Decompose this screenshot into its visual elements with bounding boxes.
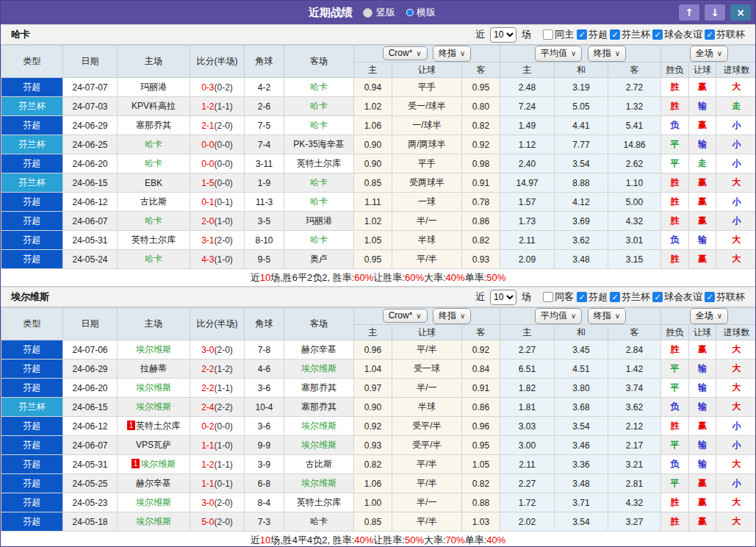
result-goals-cell: 大 bbox=[716, 455, 756, 474]
scope-dropdown[interactable]: 全场∨ bbox=[690, 46, 728, 62]
col-type: 类型 bbox=[1, 308, 63, 340]
score-fulltime: 3-1 bbox=[201, 235, 214, 246]
summary-text-part: 近 bbox=[251, 271, 260, 285]
result-handicap-cell: 赢 bbox=[689, 116, 716, 135]
recent-count-select[interactable]: 10 bbox=[490, 290, 516, 305]
page-title: 近期战绩 bbox=[309, 6, 353, 20]
result-handicap-cell: 输 bbox=[689, 379, 716, 398]
summary-text-part: 50% bbox=[405, 535, 424, 546]
avg-final-dropdown[interactable]: 终指∨ bbox=[588, 308, 626, 324]
league-cell: 芬兰杯 bbox=[1, 398, 63, 417]
result-wdl-cell: 平 bbox=[661, 360, 689, 379]
away-team-cell[interactable]: 赫尔辛基 bbox=[284, 340, 354, 360]
result-handicap-cell: 输 bbox=[689, 231, 716, 250]
home-team-cell[interactable]: 埃尔维斯 bbox=[118, 340, 190, 360]
home-team-cell[interactable]: 塞那乔其 bbox=[118, 116, 190, 135]
same-away-filter[interactable]: 同客 bbox=[543, 290, 574, 304]
layout-horizontal-radio[interactable]: 横版 bbox=[407, 6, 436, 19]
home-team-cell[interactable]: 哈卡 bbox=[118, 250, 190, 269]
league-filter-checkbox[interactable]: ✓芬联杯 bbox=[705, 290, 745, 304]
home-team-cell[interactable]: 埃尔维斯 bbox=[118, 512, 190, 532]
away-team-cell[interactable]: 埃尔维斯 bbox=[284, 436, 354, 455]
home-team-cell[interactable]: 哈卡 bbox=[118, 212, 190, 231]
odds-away-cell: 0.82 bbox=[462, 116, 500, 135]
away-team-cell[interactable]: 塞那乔其 bbox=[284, 379, 354, 398]
odds-final-dropdown[interactable]: 终指∨ bbox=[433, 46, 471, 62]
home-team-cell[interactable]: EBK bbox=[118, 174, 190, 193]
home-team-cell[interactable]: 英特土尔库 bbox=[118, 231, 190, 250]
home-team-cell[interactable]: 哈卡 bbox=[118, 154, 190, 174]
away-team-cell[interactable]: 埃尔维斯 bbox=[284, 360, 354, 379]
subcol-odds-away: 客 bbox=[462, 62, 500, 78]
away-team-cell[interactable]: 哈卡 bbox=[284, 512, 354, 532]
odds-final-dropdown[interactable]: 终指∨ bbox=[433, 308, 471, 324]
odds-source-dropdown[interactable]: Crow*∨ bbox=[383, 309, 428, 323]
away-team-cell[interactable]: 英特土尔库 bbox=[284, 493, 354, 512]
avg-dropdown[interactable]: 平均值∨ bbox=[535, 308, 582, 324]
away-team-cell[interactable]: PK-35海辛基 bbox=[284, 135, 354, 154]
checkbox-icon: ✓ bbox=[577, 292, 587, 302]
away-team-cell[interactable]: 哈卡 bbox=[284, 78, 354, 97]
avg-away-cell: 1.42 bbox=[608, 360, 661, 379]
away-team-cell[interactable]: 哈卡 bbox=[284, 116, 354, 135]
home-team-cell[interactable]: 古比斯 bbox=[118, 193, 190, 212]
away-team-cell[interactable]: 英特土尔库 bbox=[284, 154, 354, 174]
avg-dropdown[interactable]: 平均值∨ bbox=[535, 46, 582, 62]
home-team-cell[interactable]: 哈卡 bbox=[118, 135, 190, 154]
table-row: 芬超24-05-311埃尔维斯1-2(1-1)3-9古比斯0.82平/半1.05… bbox=[1, 455, 756, 474]
recent-count-select[interactable]: 10 bbox=[490, 27, 516, 43]
home-team-cell[interactable]: 埃尔维斯 bbox=[118, 398, 190, 417]
home-team-cell[interactable]: 1埃尔维斯 bbox=[118, 455, 190, 474]
close-button[interactable]: × bbox=[730, 4, 751, 21]
home-team-cell[interactable]: 玛丽港 bbox=[118, 78, 190, 97]
avg-home-cell: 2.40 bbox=[500, 154, 555, 174]
away-team-cell[interactable]: 哈卡 bbox=[284, 231, 354, 250]
league-filter-checkbox[interactable]: ✓芬兰杯 bbox=[610, 290, 650, 304]
home-team-cell[interactable]: KPV科高拉 bbox=[118, 97, 190, 116]
move-up-button[interactable]: ↑ bbox=[679, 4, 699, 21]
home-team-cell[interactable]: 埃尔维斯 bbox=[118, 493, 190, 512]
league-filter-checkbox[interactable]: ✓芬超 bbox=[577, 290, 608, 304]
result-handicap-cell: 赢 bbox=[689, 212, 716, 231]
home-team-cell[interactable]: 拉赫蒂 bbox=[118, 360, 190, 379]
result-handicap-cell: 赢 bbox=[689, 193, 716, 212]
away-team-cell[interactable]: 奥卢 bbox=[284, 250, 354, 269]
table-row: 芬兰杯24-06-15埃尔维斯2-4(2-2)10-4塞那乔其0.90半球0.8… bbox=[1, 398, 756, 417]
score-cell: 0-2(0-0) bbox=[190, 417, 245, 436]
away-team-cell[interactable]: 埃尔维斯 bbox=[284, 417, 354, 436]
result-wdl-cell: 平 bbox=[661, 379, 689, 398]
matches-table-team2: 类型 日期 主场 比分(半场) 角球 客场 Crow*∨ 终指∨ 平均值∨ 终指… bbox=[1, 307, 756, 532]
home-team-cell[interactable]: 埃尔维斯 bbox=[118, 379, 190, 398]
away-team-cell[interactable]: 埃尔维斯 bbox=[284, 474, 354, 493]
layout-vertical-radio[interactable]: 竖版 bbox=[363, 6, 395, 19]
scope-group: 全场∨ bbox=[661, 46, 756, 62]
league-filter-label: 芬联杯 bbox=[716, 290, 745, 304]
home-team-cell[interactable]: VPS瓦萨 bbox=[118, 436, 190, 455]
away-team-cell[interactable]: 哈卡 bbox=[284, 97, 354, 116]
odds-source-group: Crow*∨ 终指∨ bbox=[354, 308, 500, 325]
move-down-button[interactable]: ↓ bbox=[705, 4, 725, 21]
section-header-team1: 哈卡 近 10 场 同主 ✓芬超✓芬兰杯✓球会友谊✓芬联杯 bbox=[1, 24, 755, 45]
avg-final-dropdown[interactable]: 终指∨ bbox=[588, 46, 626, 62]
league-filter-checkbox[interactable]: ✓球会友谊 bbox=[652, 290, 702, 304]
avg-away-cell: 4.32 bbox=[608, 212, 661, 231]
league-filter-checkbox[interactable]: ✓芬兰杯 bbox=[610, 28, 650, 41]
league-filter-checkbox[interactable]: ✓芬联杯 bbox=[705, 28, 745, 41]
away-team-cell[interactable]: 玛丽港 bbox=[284, 212, 354, 231]
league-filter-checkbox[interactable]: ✓芬超 bbox=[577, 28, 608, 41]
home-team-cell[interactable]: 1英特土尔库 bbox=[118, 417, 190, 436]
away-team-cell[interactable]: 哈卡 bbox=[284, 174, 354, 193]
odds-source-dropdown[interactable]: Crow*∨ bbox=[383, 46, 428, 60]
away-team-cell[interactable]: 古比斯 bbox=[284, 455, 354, 474]
scope-dropdown[interactable]: 全场∨ bbox=[690, 308, 728, 324]
odds-handicap-cell: 受两球半 bbox=[392, 174, 462, 193]
avg-home-cell: 3.00 bbox=[500, 436, 555, 455]
league-filter-checkbox[interactable]: ✓球会友谊 bbox=[652, 28, 702, 41]
home-team-cell[interactable]: 赫尔辛基 bbox=[118, 474, 190, 493]
away-team-cell[interactable]: 哈卡 bbox=[284, 193, 354, 212]
avg-draw-cell: 7.77 bbox=[555, 135, 608, 154]
same-home-filter[interactable]: 同主 bbox=[543, 28, 574, 41]
away-team-cell[interactable]: 塞那乔其 bbox=[284, 398, 354, 417]
avg-draw-cell: 4.51 bbox=[555, 360, 608, 379]
result-wdl-cell: 胜 bbox=[661, 212, 689, 231]
